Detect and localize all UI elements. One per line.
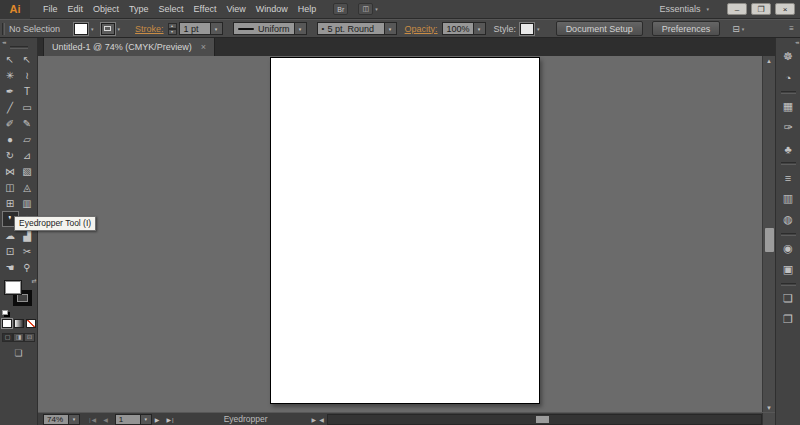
artboard-number-field[interactable]: 1 (115, 414, 141, 425)
workspace-switcher[interactable]: Essentials ▾ (659, 4, 709, 14)
brushes-panel-icon[interactable]: ✑ (776, 117, 800, 138)
menu-file[interactable]: File (38, 0, 63, 19)
control-panel-menu-icon[interactable]: ≡ (789, 24, 794, 33)
none-button[interactable] (26, 319, 36, 328)
slice-tool[interactable]: ✂ (19, 243, 36, 259)
panel-separator[interactable] (776, 280, 800, 288)
swap-fill-stroke-icon[interactable]: ⇄ (31, 277, 36, 284)
graphic-styles-panel-icon[interactable]: ▣ (776, 259, 800, 280)
lasso-tool[interactable]: ≀ (19, 67, 36, 83)
menu-object[interactable]: Object (88, 0, 124, 19)
zoom-caret-icon[interactable]: ▾ (69, 414, 80, 425)
width-tool[interactable]: ⋈ (2, 163, 19, 179)
status-indicator[interactable]: Eyedropper (224, 414, 268, 424)
arrange-documents-icon[interactable]: ◫ (358, 3, 373, 15)
menu-select[interactable]: Select (154, 0, 189, 19)
dock-collapse-icon[interactable]: ◂◂ (776, 38, 800, 46)
previous-artboard-button[interactable]: ◀ (103, 416, 109, 423)
draw-inside-button[interactable]: ⊡ (24, 333, 35, 342)
horizontal-scroll-thumb[interactable] (536, 416, 549, 423)
control-bar-grip[interactable] (2, 23, 5, 35)
scroll-up-icon[interactable]: ▲ (763, 58, 775, 64)
rotate-tool[interactable]: ↻ (2, 147, 19, 163)
draw-normal-button[interactable]: ▢ (2, 333, 13, 342)
opacity-field[interactable]: 100% (442, 22, 474, 35)
screen-mode-icon[interactable]: ❏ (14, 348, 22, 358)
stroke-weight-caret-icon[interactable]: ▾ (211, 22, 223, 35)
first-artboard-button[interactable]: |◀ (89, 416, 97, 423)
opacity-caret-icon[interactable]: ▾ (474, 22, 486, 35)
zoom-level-field[interactable]: 74% (43, 414, 69, 425)
gradient-tool[interactable]: ▥ (19, 195, 36, 211)
document-setup-button[interactable]: Document Setup (556, 21, 643, 36)
gradient-button[interactable] (14, 319, 24, 328)
menu-type[interactable]: Type (124, 0, 154, 19)
paintbrush-tool[interactable]: ✐ (2, 115, 19, 131)
vertical-scrollbar[interactable]: ▲ ▼ (762, 56, 775, 412)
color-panel-icon[interactable]: ☸ (776, 46, 800, 67)
draw-behind-button[interactable]: ◨ (13, 333, 24, 342)
close-button[interactable]: × (775, 3, 795, 15)
blob-brush-tool[interactable]: ● (2, 131, 19, 147)
minimize-button[interactable]: – (727, 3, 747, 15)
brush-definition-dropdown[interactable]: • 5 pt. Round ▾ (317, 22, 397, 35)
shape-builder-tool[interactable]: ◫ (2, 179, 19, 195)
menu-view[interactable]: View (221, 0, 250, 19)
arrange-documents-caret-icon[interactable]: ▾ (375, 6, 378, 12)
fill-indicator-swatch[interactable] (4, 280, 22, 295)
artboard[interactable] (270, 57, 540, 404)
vertical-scroll-thumb[interactable] (765, 228, 774, 252)
perspective-grid-tool[interactable]: ◬ (19, 179, 36, 195)
eraser-tool[interactable]: ▱ (19, 131, 36, 147)
zoom-tool[interactable]: ⚲ (19, 259, 36, 275)
stroke-panel-icon[interactable]: ≡ (776, 167, 800, 188)
restore-button[interactable]: ❐ (751, 3, 771, 15)
selection-tool[interactable]: ↖ (2, 51, 19, 67)
stepper-down-icon[interactable]: ▾ (168, 29, 177, 35)
fill-color-swatch[interactable] (74, 23, 88, 35)
panel-separator[interactable] (776, 159, 800, 167)
free-transform-tool[interactable]: ▧ (19, 163, 36, 179)
opacity-panel-link[interactable]: Opacity: (405, 24, 438, 34)
default-fill-stroke-icon[interactable] (2, 310, 8, 315)
horizontal-scrollbar[interactable] (327, 414, 762, 425)
menu-effect[interactable]: Effect (189, 0, 222, 19)
tools-collapse-icon[interactable]: ◂◂ (0, 38, 37, 46)
menu-window[interactable]: Window (251, 0, 293, 19)
direct-selection-tool[interactable]: ↖ (19, 51, 36, 67)
status-expand-icon[interactable]: ▶ (312, 416, 317, 423)
menu-edit[interactable]: Edit (63, 0, 89, 19)
fill-caret-icon[interactable]: ▾ (91, 26, 94, 32)
transparency-panel-icon[interactable]: ◍ (776, 209, 800, 230)
tab-close-icon[interactable]: × (201, 42, 206, 52)
scroll-down-icon[interactable]: ▼ (763, 405, 775, 411)
mesh-tool[interactable]: ⊞ (2, 195, 19, 211)
type-tool[interactable]: T (19, 83, 36, 99)
panel-separator[interactable] (776, 88, 800, 96)
stroke-weight-field[interactable]: 1 pt (179, 22, 211, 35)
rectangle-tool[interactable]: ▭ (19, 99, 36, 115)
stroke-color-swatch[interactable] (101, 23, 115, 35)
align-options-caret-icon[interactable]: ▾ (742, 26, 745, 32)
gradient-panel-icon[interactable]: ▥ (776, 188, 800, 209)
last-artboard-button[interactable]: ▶| (166, 416, 174, 423)
stroke-weight-stepper[interactable]: ▴ ▾ (168, 23, 177, 35)
width-profile-caret-icon[interactable]: ▾ (295, 22, 307, 35)
preferences-button[interactable]: Preferences (652, 21, 721, 36)
next-artboard-button[interactable]: ▶ (155, 416, 161, 423)
align-options-icon[interactable]: ⊟ (732, 24, 740, 34)
color-button[interactable] (2, 319, 12, 328)
style-caret-icon[interactable]: ▾ (537, 26, 540, 32)
document-tab[interactable]: Untitled-1 @ 74% (CMYK/Preview) × (43, 38, 215, 56)
bridge-icon[interactable]: Br (333, 3, 348, 15)
magic-wand-tool[interactable]: ✳ (2, 67, 19, 83)
pencil-tool[interactable]: ✎ (19, 115, 36, 131)
layers-panel-icon[interactable]: ❏ (776, 288, 800, 309)
swatches-panel-icon[interactable]: ▦ (776, 96, 800, 117)
symbols-panel-icon[interactable]: ♣ (776, 138, 800, 159)
color-guide-panel-icon[interactable]: ◔ (776, 67, 800, 88)
line-segment-tool[interactable]: ╱ (2, 99, 19, 115)
artboards-panel-icon[interactable]: ❐ (776, 309, 800, 330)
style-swatch[interactable] (520, 23, 534, 35)
tools-grip[interactable] (10, 46, 28, 49)
